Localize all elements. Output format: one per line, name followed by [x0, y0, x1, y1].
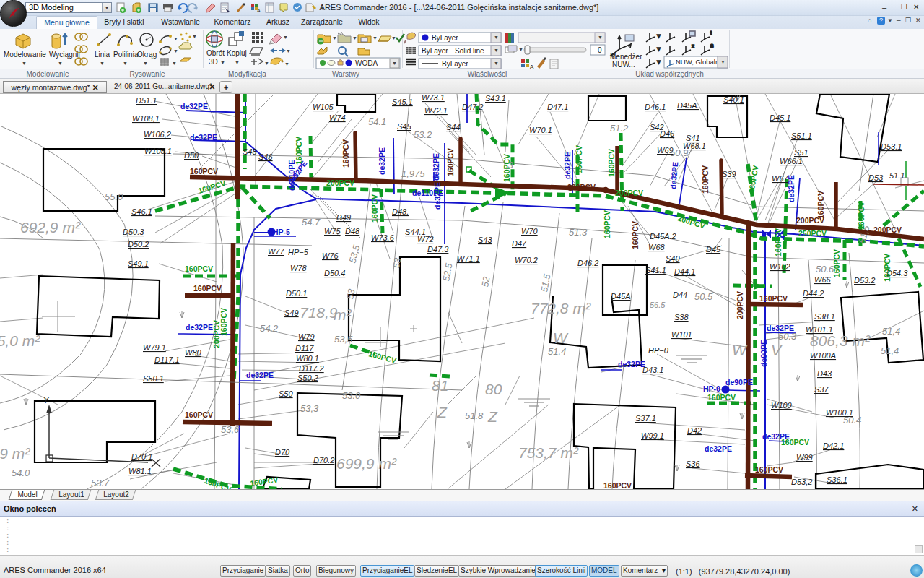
svg-text:96,9 m²: 96,9 m² — [0, 445, 30, 462]
svg-text:D51.1: D51.1 — [136, 96, 157, 105]
svg-text:0: 0 — [598, 46, 602, 54]
svg-text:160PCV: 160PCV — [190, 167, 218, 176]
svg-text:54.1: 54.1 — [368, 116, 386, 127]
svg-text:Y: Y — [43, 396, 49, 405]
svg-text:51,4: 51,4 — [881, 345, 899, 356]
svg-text:W108,1: W108,1 — [132, 114, 160, 123]
svg-text:▼: ▼ — [352, 35, 357, 40]
svg-text:Z: Z — [487, 408, 498, 425]
svg-text:W105: W105 — [313, 103, 334, 111]
svg-text:▼: ▼ — [100, 61, 105, 66]
svg-text:D49: D49 — [336, 213, 351, 222]
svg-text:▼: ▼ — [286, 48, 291, 53]
svg-text:160PCV: 160PCV — [603, 210, 611, 238]
svg-text:Linia: Linia — [95, 51, 110, 59]
svg-text:806,3 m²: 806,3 m² — [810, 332, 871, 349]
svg-text:W77: W77 — [268, 247, 285, 256]
svg-text:51.3: 51.3 — [569, 227, 588, 238]
svg-text:W70: W70 — [521, 227, 539, 236]
svg-text:▼: ▼ — [656, 59, 661, 64]
svg-text:S38: S38 — [674, 313, 689, 322]
svg-text:W: W — [732, 342, 748, 358]
svg-text:A: A — [530, 64, 534, 69]
svg-text:51.1: 51.1 — [889, 171, 905, 180]
svg-text:D47: D47 — [512, 239, 527, 248]
svg-text:S45.1: S45.1 — [392, 98, 413, 106]
svg-text:W73.6: W73.6 — [371, 233, 395, 242]
svg-text:S40.1: S40.1 — [723, 95, 744, 104]
svg-text:t: t — [710, 30, 712, 35]
svg-text:55.0: 55.0 — [105, 191, 123, 202]
svg-text:de32PE: de32PE — [668, 161, 679, 189]
svg-text:W80: W80 — [185, 348, 202, 357]
svg-text:▼: ▼ — [143, 61, 148, 66]
svg-text:200PCV: 200PCV — [615, 189, 643, 197]
svg-text:de32PE: de32PE — [432, 153, 440, 181]
svg-text:S46.1: S46.1 — [131, 207, 152, 216]
svg-text:D47.2: D47.2 — [462, 103, 483, 111]
svg-text:Menedżer: Menedżer — [610, 53, 642, 61]
svg-text:S50.1: S50.1 — [143, 374, 164, 383]
svg-text:160PCV: 160PCV — [631, 221, 640, 249]
svg-text:160PCV: 160PCV — [370, 194, 379, 223]
svg-text:▾: ▾ — [321, 4, 324, 12]
svg-text:160PCV: 160PCV — [197, 178, 227, 195]
svg-text:V: V — [771, 342, 783, 358]
svg-text:Polilinia: Polilinia — [113, 51, 139, 59]
svg-text:D42: D42 — [687, 426, 702, 435]
svg-text:200PCV: 200PCV — [567, 183, 596, 191]
svg-text:▼: ▼ — [235, 60, 240, 65]
svg-text:D70.1: D70.1 — [131, 452, 152, 461]
svg-text:Wyciągnij: Wyciągnij — [49, 51, 80, 59]
svg-text:D70: D70 — [275, 448, 290, 457]
svg-text:200PCV: 200PCV — [326, 178, 354, 187]
svg-text:D53,2: D53,2 — [791, 478, 812, 486]
svg-text:D117.2: D117.2 — [299, 364, 324, 373]
svg-text:HP-0: HP-0 — [703, 384, 720, 393]
svg-text:▼: ▼ — [192, 34, 197, 39]
svg-text:de110PE: de110PE — [287, 160, 296, 191]
svg-text:95,0 m²: 95,0 m² — [0, 332, 40, 349]
svg-text:de32PE: de32PE — [246, 371, 274, 379]
svg-text:D50.4: D50.4 — [324, 269, 345, 277]
svg-text:▼: ▼ — [656, 33, 661, 38]
svg-text:S45: S45 — [397, 122, 411, 131]
svg-text:W100A: W100A — [810, 351, 836, 360]
svg-text:S43: S43 — [478, 236, 492, 244]
svg-text:▼: ▼ — [720, 59, 725, 64]
svg-text:51.2: 51.2 — [610, 123, 629, 134]
svg-text:▼: ▼ — [391, 35, 396, 40]
svg-text:W: W — [553, 329, 569, 346]
svg-text:D44.2: D44.2 — [803, 289, 824, 298]
svg-text:Kopiuj: Kopiuj — [227, 49, 247, 57]
svg-text:Solid line: Solid line — [455, 47, 484, 55]
svg-text:53,3: 53,3 — [300, 403, 319, 414]
svg-text:W66.1: W66.1 — [780, 157, 803, 165]
svg-text:▼: ▼ — [173, 36, 178, 41]
svg-text:S41.1: S41.1 — [645, 266, 666, 275]
svg-text:200PCV: 200PCV — [873, 225, 902, 234]
svg-text:D44: D44 — [673, 290, 687, 299]
svg-text:W79.1: W79.1 — [143, 343, 166, 352]
svg-text:ByLayer: ByLayer — [422, 47, 448, 55]
svg-text:W101: W101 — [671, 330, 692, 339]
svg-text:W78: W78 — [290, 264, 308, 272]
svg-text:D117: D117 — [295, 344, 314, 353]
svg-text:200PCV: 200PCV — [736, 291, 744, 319]
svg-text:W100: W100 — [771, 401, 793, 410]
svg-text:S37.1: S37.1 — [635, 414, 656, 423]
svg-text:▼: ▼ — [173, 48, 178, 53]
svg-text:160PCV: 160PCV — [193, 284, 222, 293]
svg-text:S51: S51 — [794, 148, 808, 157]
svg-text:Obrót: Obrót — [206, 49, 225, 57]
svg-text:160PCV: 160PCV — [603, 481, 632, 489]
svg-text:W73.1: W73.1 — [422, 94, 445, 102]
svg-text:D47.3: D47.3 — [427, 245, 449, 254]
svg-text:3D: 3D — [209, 58, 218, 66]
svg-text:z: z — [692, 43, 694, 49]
svg-text:HP−5: HP−5 — [288, 248, 309, 256]
svg-text:D47.1: D47.1 — [547, 103, 568, 111]
svg-text:D43: D43 — [817, 369, 832, 378]
svg-text:S37: S37 — [814, 385, 829, 394]
svg-text:▼: ▼ — [494, 35, 499, 40]
